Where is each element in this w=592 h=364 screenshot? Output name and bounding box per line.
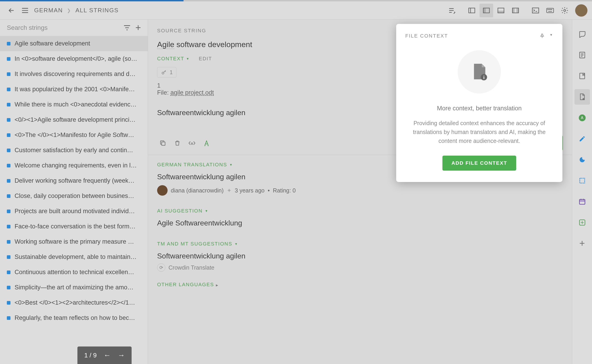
pager-position: 1 / 9 — [84, 352, 97, 359]
popup-title-label: FILE CONTEXT — [405, 33, 448, 39]
file-context-popup: FILE CONTEXT ▼ i More context, better tr… — [396, 24, 562, 182]
string-pager: 1 / 9 ← → — [77, 346, 132, 364]
popup-heading: More context, better translation — [437, 105, 522, 112]
pin-icon[interactable] — [539, 33, 545, 39]
svg-text:i: i — [483, 75, 485, 80]
pager-next-icon[interactable]: → — [118, 351, 125, 359]
file-info-icon: i — [470, 62, 488, 81]
add-file-context-button[interactable]: ADD FILE CONTEXT — [442, 156, 516, 171]
popup-description: Providing detailed context enhances the … — [410, 119, 549, 145]
collapse-icon[interactable]: ▼ — [550, 33, 553, 39]
pager-prev-icon[interactable]: ← — [103, 351, 111, 359]
